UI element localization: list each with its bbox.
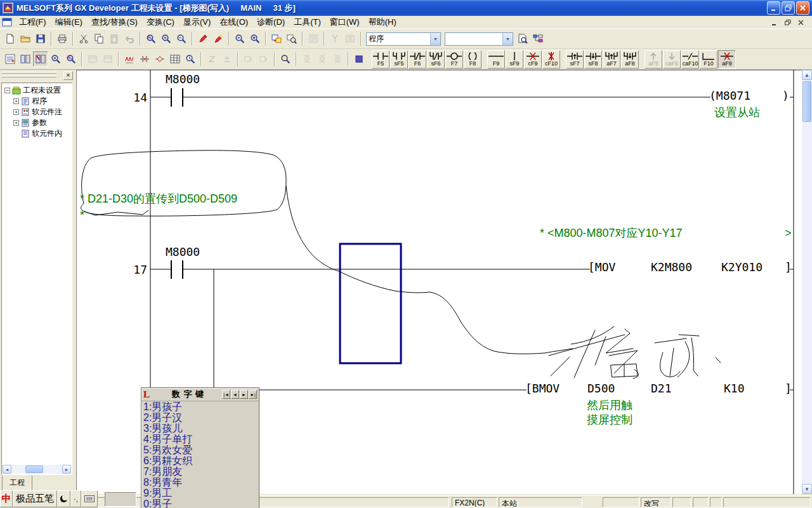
- panel-grip[interactable]: [2, 72, 56, 74]
- tree-item-device-memory[interactable]: 软元件内: [4, 128, 72, 139]
- target-combo[interactable]: ▼: [445, 32, 513, 46]
- ladder-symbol-caF10-button[interactable]: caF10: [681, 50, 699, 69]
- scroll-left-button[interactable]: ◄: [3, 465, 11, 474]
- coil-device[interactable]: (M8071: [709, 90, 750, 102]
- line-statement[interactable]: * <M800-M807对应Y10-Y17: [540, 227, 683, 240]
- ime-candidate[interactable]: 0:男子: [141, 498, 259, 508]
- ime-candidate[interactable]: 8:男青年: [141, 477, 259, 488]
- ladder-symbol-F6-button[interactable]: F6: [409, 50, 426, 69]
- panel-grip[interactable]: [2, 76, 56, 77]
- note-edit-button[interactable]: [152, 51, 167, 67]
- ime-candidate[interactable]: 2:男子汉: [141, 412, 259, 423]
- ime-nav-first[interactable]: |◄: [222, 390, 230, 399]
- line-statement[interactable]: * D21-D30的置传到D500-D509: [80, 192, 237, 206]
- contact-device-label[interactable]: M8000: [166, 73, 200, 86]
- expand-icon[interactable]: +: [13, 120, 19, 126]
- tree-horizontal-scrollbar[interactable]: ◄ ►: [3, 465, 71, 474]
- ime-punctuation-button[interactable]: ·,: [70, 490, 81, 507]
- tree-item-program[interactable]: +程序: [4, 96, 72, 107]
- editor-vertical-scrollbar[interactable]: ▲ ▼: [802, 70, 812, 494]
- find-button[interactable]: [143, 31, 159, 46]
- menu-window[interactable]: 窗口(W): [325, 16, 364, 28]
- menu-view[interactable]: 显示(V): [179, 16, 215, 28]
- ladder-symbol-sF8-button[interactable]: sF8: [584, 50, 602, 69]
- menu-online[interactable]: 在线(O): [215, 16, 252, 28]
- ladder-symbol-sF5-button[interactable]: sF5: [390, 50, 408, 69]
- line-statement[interactable]: *: [80, 209, 84, 222]
- ime-candidate[interactable]: 6:男耕女织: [141, 455, 259, 466]
- open-project-button[interactable]: [18, 31, 33, 46]
- instruction-arg[interactable]: K2M800: [651, 261, 692, 274]
- instruction-arg[interactable]: D21: [651, 382, 672, 395]
- ladder-symbol-F5-button[interactable]: F5: [372, 50, 390, 69]
- expand-icon[interactable]: +: [13, 98, 19, 104]
- tree-item-parameter[interactable]: +参数: [4, 117, 72, 128]
- print-button[interactable]: [55, 31, 70, 46]
- ime-candidate[interactable]: 3:男孩儿: [141, 423, 259, 434]
- program-combo[interactable]: 程序▼: [366, 32, 441, 46]
- instruction-arg[interactable]: K2Y010: [721, 261, 763, 274]
- zoom-in-button[interactable]: [247, 31, 263, 46]
- expand-icon[interactable]: +: [13, 109, 19, 115]
- scroll-thumb[interactable]: [25, 465, 43, 473]
- ime-candidate[interactable]: 7:男朋友: [141, 466, 259, 477]
- mdi-minimize-button[interactable]: [769, 18, 780, 27]
- ladder-symbol-aF7-button[interactable]: aF7: [603, 50, 620, 69]
- contact-device-label[interactable]: M8000: [166, 246, 200, 258]
- cut-button[interactable]: [76, 31, 91, 46]
- mdi-child-icon[interactable]: [2, 18, 12, 27]
- ladder-symbol-F7-button[interactable]: F7: [445, 50, 463, 69]
- ladder-symbol-cF9-button[interactable]: cF9: [524, 50, 542, 69]
- parameter-structure-button[interactable]: [530, 31, 546, 46]
- scroll-right-button[interactable]: ►: [62, 465, 71, 474]
- menu-convert[interactable]: 变换(C): [142, 16, 179, 28]
- scroll-up-button[interactable]: ▲: [802, 70, 812, 80]
- instruction-op[interactable]: [BMOV: [525, 382, 560, 395]
- menu-diagnostics[interactable]: 诊断(D): [252, 16, 289, 28]
- ime-nav-prev[interactable]: ◄: [231, 390, 239, 399]
- ladder-symbol-sF9-button[interactable]: sF9: [506, 50, 523, 69]
- project-tree-toggle-button[interactable]: [18, 51, 33, 67]
- ime-nav-next[interactable]: ►: [240, 390, 248, 399]
- ime-candidate[interactable]: 4:男子单打: [141, 434, 259, 444]
- instruction-arg[interactable]: D500: [587, 382, 615, 395]
- ime-window-titlebar[interactable]: L 数 字 键 |◄◄►►|: [141, 388, 259, 401]
- ladder-symbol-sF6-button[interactable]: sF6: [427, 50, 445, 69]
- ime-candidate[interactable]: 5:男欢女爱: [141, 444, 259, 455]
- device-test-button[interactable]: [195, 31, 211, 46]
- menu-tools[interactable]: 工具(T): [289, 16, 325, 28]
- comment-search-button[interactable]: [515, 31, 530, 46]
- monitor-clock-button[interactable]: [183, 51, 198, 67]
- find-device-button[interactable]: [159, 31, 174, 46]
- chevron-down-icon[interactable]: ▼: [502, 33, 513, 45]
- menu-edit[interactable]: 编辑(E): [51, 16, 87, 28]
- zoom-out-button[interactable]: [232, 31, 247, 46]
- instruction-arg[interactable]: K10: [724, 382, 745, 395]
- find-contact-coil-button[interactable]: [48, 51, 63, 67]
- tree-item-device-comment[interactable]: +软元件注: [4, 107, 72, 117]
- menu-help[interactable]: 帮助(H): [364, 16, 401, 28]
- restore-button[interactable]: [782, 1, 795, 15]
- device-test-forced-button[interactable]: [211, 31, 226, 46]
- comment-display-toggle-button[interactable]: [33, 51, 48, 67]
- ime-candidate[interactable]: 1:男孩子: [141, 401, 259, 412]
- ladder-symbol-F9-button[interactable]: F9: [487, 50, 505, 69]
- close-button[interactable]: [796, 1, 809, 15]
- ime-language-button[interactable]: 中: [0, 490, 13, 507]
- save-project-button[interactable]: [33, 31, 48, 46]
- menu-project[interactable]: 工程(F): [15, 16, 51, 28]
- statement-edit-button[interactable]: [137, 51, 152, 67]
- scroll-down-button[interactable]: ▼: [802, 484, 812, 494]
- find-device-use-button[interactable]: [63, 51, 79, 67]
- instruction-op[interactable]: [MOV: [588, 261, 615, 274]
- monitor-mode-button[interactable]: [351, 51, 367, 67]
- device-memory-edit-button[interactable]: [167, 51, 183, 67]
- ime-softkeyboard-icon[interactable]: [81, 490, 98, 507]
- ime-fullhalf-moon-icon[interactable]: [57, 490, 70, 507]
- mdi-close-button[interactable]: [796, 18, 807, 27]
- ladder-symbol-F10-button[interactable]: F10: [700, 50, 717, 69]
- scroll-thumb[interactable]: [802, 81, 811, 122]
- tree-root-project[interactable]: − 工程未设置: [4, 85, 72, 96]
- ime-candidate[interactable]: 9:男工: [141, 488, 259, 498]
- ime-name-button[interactable]: 极品五笔: [13, 490, 57, 507]
